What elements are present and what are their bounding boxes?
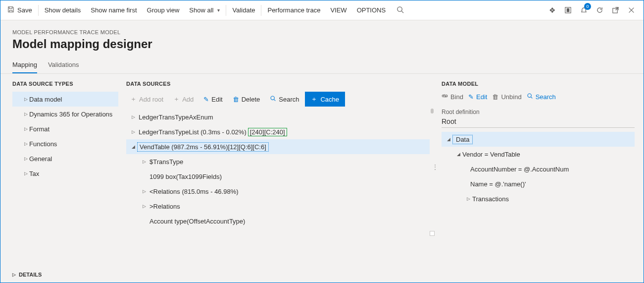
data-model-toolbar: Bind ✎ Edit 🗑 Unbind Search — [442, 93, 635, 105]
popout-icon[interactable] — [611, 6, 620, 15]
ds-label: $TransType — [148, 158, 185, 166]
options-button[interactable]: OPTIONS — [352, 0, 391, 20]
type-general[interactable]: ▷ General — [12, 151, 118, 166]
git-icon[interactable]: ❖ — [547, 6, 556, 15]
ds-label: 1099 box(Tax1099Fields) — [148, 172, 223, 181]
dm-row-vendor[interactable]: ◢ Vendor = VendTable — [442, 147, 635, 162]
chevron-right-icon: ▷ — [22, 156, 29, 161]
resize-handle[interactable]: ⋮ — [432, 163, 438, 171]
dm-row-transactions[interactable]: ▷ Transactions — [442, 191, 635, 206]
dm-row-data[interactable]: ◢ Data — [442, 132, 635, 147]
svg-point-7 — [442, 95, 444, 97]
bind-button[interactable]: Bind — [442, 93, 463, 101]
command-bar: Save Show details Show name first Group … — [0, 0, 644, 20]
ds-row-ledger-enum[interactable]: ▷ LedgerTransTypeAxEnum — [126, 110, 430, 124]
dm-row-name[interactable]: Name = @.'name()' — [442, 176, 635, 191]
chevron-right-icon: ▷ — [140, 204, 148, 209]
ds-row-vendtable[interactable]: ◢ VendTable (987.2ms - 56.91%)[12][Q:6][… — [126, 139, 430, 154]
plus-icon: ＋ — [130, 95, 137, 104]
sources-heading: DATA SOURCES — [126, 81, 430, 87]
cache-stat-badge: [240][C:240] — [248, 128, 287, 136]
delete-button[interactable]: 🗑 Delete — [229, 94, 264, 105]
trash-icon: 🗑 — [233, 96, 239, 103]
type-label: Data model — [29, 96, 62, 103]
dm-row-account[interactable]: AccountNumber = @.AccountNum — [442, 162, 635, 176]
data-model-heading: DATA MODEL — [442, 81, 635, 87]
ds-row-ledger-list[interactable]: ▷ LedgerTransTypeList (0.3ms - 0.02%) [2… — [126, 124, 430, 139]
ds-row-gt-relations[interactable]: ▷ >Relations — [126, 199, 430, 214]
svg-point-0 — [397, 6, 402, 11]
data-model-tree: ◢ Data ◢ Vendor = VendTable AccountNumbe… — [442, 132, 635, 206]
ds-row-account-type[interactable]: ▷ Account type(OffsetAccountType) — [126, 214, 430, 228]
search-icon-button[interactable] — [391, 6, 410, 15]
type-d365[interactable]: ▷ Dynamics 365 for Operations — [12, 107, 118, 121]
type-label: Tax — [29, 170, 39, 177]
cache-button[interactable]: ＋ Cache — [305, 92, 345, 107]
details-toggle[interactable]: ▷ DETAILS — [12, 272, 42, 278]
save-label: Save — [17, 6, 32, 14]
search-button[interactable]: Search — [527, 93, 556, 101]
types-tree: ▷ Data model ▷ Dynamics 365 for Operatio… — [12, 92, 118, 181]
performance-trace-button[interactable]: Performance trace — [262, 0, 325, 20]
show-details-button[interactable]: Show details — [40, 0, 86, 20]
page-header: MODEL PERFORMANCE TRACE MODEL Model mapp… — [0, 20, 644, 55]
chevron-right-icon: ▷ — [129, 129, 137, 134]
add-button[interactable]: ＋ Add — [169, 93, 198, 106]
trash-icon: 🗑 — [492, 93, 498, 101]
ds-label: <Relations (815.0ms - 46.98%) — [148, 187, 240, 196]
root-definition-value[interactable]: Root — [442, 117, 635, 128]
scrollbar-thumb[interactable] — [431, 109, 434, 113]
type-label: Format — [29, 125, 50, 133]
type-tax[interactable]: ▷ Tax — [12, 166, 118, 181]
search-icon — [270, 95, 276, 103]
type-format[interactable]: ▷ Format — [12, 121, 118, 136]
plus-icon: ＋ — [311, 95, 317, 104]
search-button[interactable]: Search — [266, 93, 303, 105]
view-button[interactable]: VIEW — [325, 0, 351, 20]
validate-button[interactable]: Validate — [227, 0, 260, 20]
svg-line-1 — [401, 11, 403, 13]
ds-label-selected: VendTable (987.2ms - 56.91%)[12][Q:6][C:… — [137, 142, 269, 152]
tab-mapping[interactable]: Mapping — [12, 61, 37, 73]
chevron-right-icon: ▷ — [22, 97, 29, 102]
edit-button[interactable]: ✎ Edit — [468, 93, 487, 101]
edit-button[interactable]: ✎ Edit — [199, 94, 226, 105]
add-root-button[interactable]: ＋ Add root — [126, 93, 167, 106]
type-label: Functions — [29, 140, 57, 148]
group-view-button[interactable]: Group view — [142, 0, 185, 20]
show-name-first-button[interactable]: Show name first — [86, 0, 142, 20]
dm-label: AccountNumber = @.AccountNum — [470, 166, 569, 173]
chevron-right-icon: ▷ — [12, 272, 16, 277]
chevron-down-icon: ◢ — [445, 137, 452, 142]
office-icon[interactable] — [563, 6, 572, 15]
data-model-pane: DATA MODEL Bind ✎ Edit 🗑 Unbind Search — [436, 74, 644, 282]
notification-button[interactable]: 0 — [579, 6, 588, 15]
tab-validations[interactable]: Validations — [48, 61, 79, 73]
chevron-right-icon: ▷ — [22, 112, 29, 116]
chevron-down-icon: ◢ — [129, 144, 137, 149]
svg-point-5 — [271, 96, 274, 100]
unbind-button[interactable]: 🗑 Unbind — [492, 93, 521, 101]
breadcrumb: MODEL PERFORMANCE TRACE MODEL — [12, 29, 632, 35]
ds-label: LedgerTransTypeAxEnum — [137, 113, 215, 121]
svg-line-10 — [531, 97, 532, 99]
ds-row-1099box[interactable]: ▷ 1099 box(Tax1099Fields) — [126, 169, 430, 184]
link-icon — [442, 93, 448, 101]
dm-label: Name = @.'name()' — [470, 180, 526, 188]
chevron-right-icon: ▷ — [140, 159, 148, 164]
ds-label: >Relations — [148, 202, 182, 211]
command-bar-right: ❖ 0 — [547, 6, 642, 15]
ds-row-lt-relations[interactable]: ▷ <Relations (815.0ms - 46.98%) — [126, 184, 430, 199]
type-functions[interactable]: ▷ Functions — [12, 136, 118, 151]
separator — [261, 5, 261, 16]
search-icon — [527, 93, 533, 101]
save-button[interactable]: Save — [2, 0, 37, 20]
close-icon[interactable] — [627, 6, 636, 15]
page-title: Model mapping designer — [12, 37, 632, 51]
type-data-model[interactable]: ▷ Data model — [12, 92, 118, 107]
data-sources-pane: DATA SOURCES ＋ Add root ＋ Add ✎ Edit 🗑 D… — [124, 74, 436, 282]
show-all-button[interactable]: Show all ▾ — [184, 0, 225, 20]
ds-row-transtype[interactable]: ▷ $TransType — [126, 154, 430, 169]
refresh-icon[interactable] — [595, 6, 604, 15]
ds-label: LedgerTransTypeList (0.3ms - 0.02%) — [137, 128, 248, 136]
